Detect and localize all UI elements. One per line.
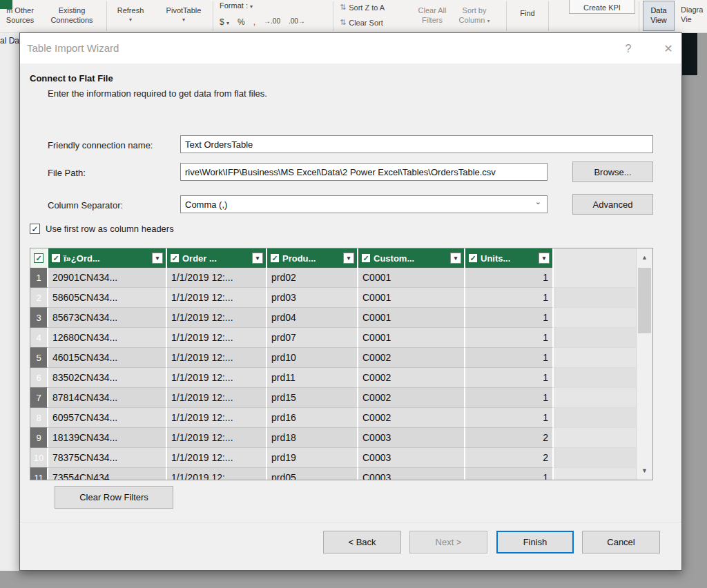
scroll-down-icon[interactable]: ▼ [637, 462, 652, 480]
column-header-4[interactable]: ✓Custom...▾ [358, 248, 465, 268]
data-view-button[interactable]: Data View [643, 1, 675, 31]
table-cell: prd07 [267, 328, 358, 348]
row-number: 10 [30, 448, 48, 468]
table-cell: prd16 [267, 408, 358, 428]
column-checkbox[interactable]: ✓ [361, 253, 371, 263]
table-row: 787814CN434...1/1/2019 12:...prd15C00021 [30, 388, 636, 408]
help-icon[interactable]: ? [621, 41, 636, 57]
existing-connections-button[interactable]: Existing Connections [41, 6, 102, 25]
chevron-down-icon[interactable]: ▾ [109, 15, 152, 25]
sort-z-a-icon: ⇅ [340, 3, 346, 12]
row-number: 11 [30, 468, 48, 480]
column-filter-dropdown-icon[interactable]: ▾ [343, 253, 354, 264]
first-row-headers-checkbox[interactable]: ✓ [30, 224, 40, 234]
clear-sort-icon: ⇅ [340, 18, 346, 27]
column-header-label: ï»¿Ord... [64, 253, 149, 264]
row-number: 1 [30, 268, 48, 288]
table-cell: 1 [465, 328, 554, 348]
refresh-label: Refresh [109, 6, 152, 15]
column-header-3[interactable]: ✓Produ...▾ [267, 248, 358, 268]
table-cell: prd19 [267, 448, 358, 468]
find-label: Find [512, 8, 543, 18]
column-filter-dropdown-icon[interactable]: ▾ [252, 253, 263, 264]
advanced-button[interactable]: Advanced [572, 194, 653, 215]
refresh-button[interactable]: Refresh ▾ [109, 6, 152, 25]
file-path-input[interactable] [180, 163, 548, 181]
table-cell: 1/1/2019 12:... [167, 428, 267, 448]
column-filter-dropdown-icon[interactable]: ▾ [152, 253, 163, 264]
increase-decimal-button[interactable]: →.00 [264, 17, 280, 27]
row-filler [554, 368, 636, 388]
row-filler [554, 308, 636, 328]
from-other-sources-button[interactable]: m Other Sources [0, 6, 40, 25]
table-cell: 1 [465, 388, 554, 408]
row-filler [554, 408, 636, 428]
column-filter-dropdown-icon[interactable]: ▾ [450, 253, 461, 264]
chevron-down-icon[interactable]: ▾ [157, 15, 210, 25]
sort-z-to-a-label: Sort Z to A [349, 3, 385, 12]
sort-by-column-label-1: Sort by [453, 6, 496, 15]
clear-row-filters-button[interactable]: Clear Row Filters [55, 486, 173, 509]
clear-all-filters-button[interactable]: Clear All Filters [413, 6, 452, 25]
table-cell: prd11 [267, 368, 358, 388]
thousands-separator-button[interactable]: , [253, 17, 255, 27]
column-checkbox[interactable]: ✓ [170, 253, 180, 263]
existing-connections-label-2: Connections [41, 15, 102, 25]
column-header-5[interactable]: ✓Units...▾ [465, 248, 554, 268]
column-checkbox[interactable]: ✓ [51, 253, 61, 263]
vertical-scrollbar[interactable]: ▲ ▼ [636, 248, 652, 480]
clear-all-filters-label-2: Filters [413, 15, 452, 25]
column-header-2[interactable]: ✓Order ...▾ [167, 248, 267, 268]
chevron-down-icon: ⌄ [535, 197, 541, 206]
table-import-wizard-dialog: Table Import Wizard ? ✕ Connect to Flat … [19, 32, 682, 571]
sort-by-column-button[interactable]: Sort by Column ▾ [453, 6, 496, 26]
percent-format-button[interactable]: % [238, 17, 245, 27]
column-checkbox[interactable]: ✓ [270, 253, 280, 263]
existing-connections-label-1: Existing [41, 6, 102, 15]
format-dropdown[interactable]: Format : ▾ [220, 1, 282, 12]
table-cell: 83502CN434... [48, 368, 167, 388]
diagram-view-button[interactable]: Diagra Vie [681, 1, 707, 33]
scroll-up-icon[interactable]: ▲ [637, 248, 652, 266]
row-number: 5 [30, 348, 48, 368]
friendly-connection-name-input[interactable] [180, 135, 653, 153]
scrollbar-track[interactable] [637, 266, 652, 462]
table-row: 258605CN434...1/1/2019 12:...prd03C00011 [30, 288, 636, 308]
cancel-button[interactable]: Cancel [582, 531, 660, 553]
find-button[interactable]: Find [512, 8, 543, 18]
table-cell: C0002 [358, 408, 465, 428]
column-checkbox[interactable]: ✓ [468, 253, 478, 263]
table-cell: prd02 [267, 268, 358, 288]
page-title: Connect to Flat File [30, 73, 113, 84]
clear-sort-button[interactable]: ⇅ Clear Sort [340, 18, 383, 27]
friendly-connection-name-label: Friendly connection name: [48, 140, 153, 150]
column-separator-select[interactable]: Comma (,) ⌄ [180, 195, 548, 213]
data-view-label-2: View [643, 15, 674, 25]
browse-button[interactable]: Browse... [572, 161, 653, 182]
table-cell: 87814CN434... [48, 388, 167, 408]
scrollbar-thumb[interactable] [638, 268, 651, 333]
dialog-titlebar[interactable]: Table Import Wizard ? ✕ [20, 33, 681, 63]
finish-button[interactable]: Finish [496, 531, 574, 553]
clear-all-filters-label-1: Clear All [413, 6, 452, 15]
select-all-checkbox[interactable]: ✓ [34, 253, 43, 263]
first-row-headers-checkbox-row[interactable]: ✓ Use first row as column headers [30, 224, 174, 234]
table-cell: 1/1/2019 12:... [167, 268, 267, 288]
sort-z-to-a-button[interactable]: ⇅ Sort Z to A [340, 3, 385, 12]
select-all-cell[interactable]: ✓ [30, 248, 48, 268]
row-filler [554, 348, 636, 368]
table-cell: prd15 [267, 388, 358, 408]
column-header-1[interactable]: ✓ï»¿Ord...▾ [48, 248, 167, 268]
decrease-decimal-button[interactable]: .00→ [289, 17, 305, 27]
create-kpi-button[interactable]: Create KPI [569, 0, 635, 14]
row-number: 2 [30, 288, 48, 308]
diagram-view-label-2: Vie [681, 14, 707, 24]
back-button[interactable]: < Back [323, 531, 401, 553]
table-cell: prd04 [267, 308, 358, 328]
pivottable-button[interactable]: PivotTable ▾ [157, 6, 210, 25]
data-view-label-1: Data [643, 6, 674, 15]
currency-format-button[interactable]: $ ▾ [220, 17, 229, 27]
close-icon[interactable]: ✕ [661, 41, 676, 57]
footer-separator [20, 522, 681, 522]
column-filter-dropdown-icon[interactable]: ▾ [539, 253, 550, 264]
